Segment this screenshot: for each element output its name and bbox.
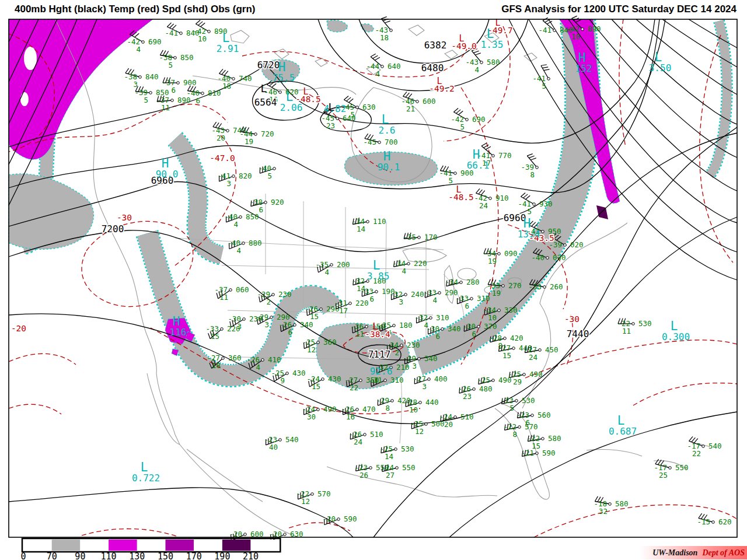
station-height: 220 [227, 324, 240, 333]
colorbar-segment [137, 540, 166, 551]
speed-center-value: 2.6 [379, 125, 396, 136]
wind-barb-tick [344, 96, 348, 100]
station-marker [229, 289, 232, 292]
colorbar-segment [166, 540, 194, 551]
speed-center-value: 3.85 [367, 271, 390, 282]
station-lower-value: 4 [474, 65, 479, 74]
temperature-label: -38.4 [365, 330, 390, 339]
wind-barb-tick [475, 53, 480, 55]
station-temperature: -41 [538, 26, 551, 34]
station-lower-value: 2 [266, 298, 271, 306]
station-height: 740 [239, 74, 252, 83]
station-height: 480 [479, 384, 493, 393]
station-height: 420 [510, 334, 523, 342]
station-height: 770 [498, 151, 512, 160]
station-marker [273, 167, 276, 170]
station-lower-value: 11 [219, 293, 228, 302]
station-height: 490 [529, 370, 543, 379]
wind-barb-tick [381, 17, 386, 19]
station-temperature: -35 [403, 233, 416, 242]
station-height: 630 [362, 103, 376, 111]
station-marker [221, 328, 224, 331]
station-marker [539, 349, 542, 352]
credit-org: UW-Madison [652, 548, 697, 558]
station-temperature: -25 [477, 376, 490, 384]
wind-barb-tick [459, 111, 463, 114]
station-plot: -398 [521, 154, 538, 179]
station-marker [390, 29, 393, 32]
station-lower-value: 12 [307, 345, 316, 354]
speed-center-value: 75.5 [273, 72, 295, 83]
station-plot: -2648023 [458, 384, 492, 401]
speed-center-value: 1.35 [481, 39, 504, 50]
wind-barb-tick [530, 158, 536, 160]
colorbar-tick-label: 190 [214, 551, 230, 560]
station-height: 450 [545, 345, 558, 354]
station-lower-value: 24 [529, 353, 537, 362]
colorbar-segment [80, 540, 109, 551]
station-lower-value: 5 [527, 207, 532, 216]
speed-center-value: 3.50 [649, 62, 672, 74]
station-marker [171, 99, 174, 102]
station-lower-value: 5 [448, 176, 453, 185]
colorbar-tick-label: 90 [75, 551, 85, 560]
colorbar-segment [52, 540, 81, 551]
station-height: 530 [522, 396, 535, 405]
wind-barb-tick [453, 108, 458, 112]
station-temperature: -15 [697, 517, 710, 526]
station-height: 020 [570, 240, 584, 249]
station-marker [396, 467, 399, 470]
station-lower-value: 6 [196, 96, 200, 105]
station-lower-value: 4 [402, 267, 406, 275]
mexico-interior [187, 449, 263, 502]
station-lower-value: 29 [513, 377, 522, 386]
wind-barb-tick [486, 146, 491, 149]
station-height: 690 [472, 115, 486, 124]
speed-center-value: 66.1 [467, 160, 490, 171]
station-temperature: -45 [363, 138, 376, 146]
station-marker [518, 426, 521, 429]
station-height: 240 [411, 290, 424, 299]
height-contour-label: 7117 [368, 349, 391, 360]
station-marker [279, 91, 282, 94]
station-marker [546, 257, 549, 260]
station-marker [222, 357, 225, 360]
station-height: 110 [373, 217, 386, 226]
station-lower-value: 22 [692, 449, 701, 458]
station-plot: -426905 [451, 108, 485, 131]
station-marker [139, 76, 142, 79]
station-marker [404, 293, 407, 296]
station-height: 690 [148, 37, 162, 46]
station-plot: -3789011 [156, 96, 190, 112]
station-temperature: -40 [531, 253, 544, 262]
station-marker [504, 337, 507, 340]
station-lower-value: 8 [512, 430, 517, 439]
station-temperature: -41 [165, 29, 178, 37]
station-lower-value: 14 [357, 225, 365, 233]
station-lower-value: 10 [488, 313, 497, 322]
station-plot: -2550012 [410, 419, 444, 436]
station-lower-value: 10 [571, 32, 580, 41]
station-height: 640 [388, 62, 401, 71]
station-lower-value: 10 [198, 34, 207, 43]
station-plot: -20590 [322, 514, 357, 525]
station-marker [284, 533, 287, 536]
temperature-label: -49.0 [451, 41, 477, 51]
speed-center-value: 152 [575, 63, 592, 74]
station-plot: -405 [258, 164, 275, 180]
station-lower-value: 5 [509, 404, 514, 412]
wind-barb-tick [198, 22, 203, 25]
station-lower-value: 6 [369, 295, 374, 303]
station-lower-value: 4 [236, 246, 241, 255]
low-marker: L [261, 82, 267, 94]
station-marker [279, 439, 282, 442]
wind-barb-tick [170, 24, 174, 28]
station-marker [375, 290, 378, 293]
station-marker [454, 172, 457, 175]
station-marker [180, 32, 183, 35]
station-lower-value: 26 [359, 471, 368, 480]
station-height: 220 [414, 259, 427, 268]
wind-barb-tick [272, 83, 277, 87]
station-height: 230 [278, 290, 292, 299]
station-plot: -3411014 [351, 217, 386, 233]
